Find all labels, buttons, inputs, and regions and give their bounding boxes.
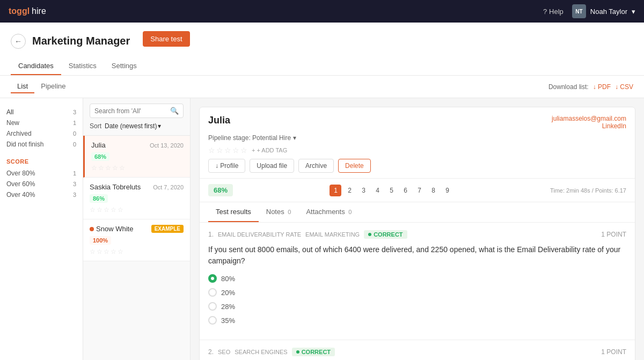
pdf-download-button[interactable]: ↓ PDF (593, 83, 611, 91)
answer-option-4[interactable]: 35% (208, 316, 626, 325)
candidate-name-row: Snow White (90, 225, 133, 233)
tab-attachments[interactable]: Attachments 0 (298, 202, 359, 222)
search-input[interactable] (94, 107, 167, 115)
detail-actions: ↓ Profile Upload file Archive Delete (208, 159, 626, 173)
profile-button[interactable]: ↓ Profile (208, 159, 245, 173)
question-1-meta: 1. EMAIL DELIVERABILITY RATE EMAIL MARKE… (208, 230, 626, 239)
contact-info: juliamasselos@gmail.com LinkedIn (552, 115, 626, 130)
filter-archived[interactable]: Archived 0 (6, 128, 76, 139)
top-navigation: toggl hire ? Help NT Noah Taylor ▾ (0, 0, 644, 23)
download-label: Download list: (548, 83, 589, 91)
page-num-1[interactable]: 1 (330, 185, 341, 196)
nav-candidates[interactable]: Candidates (11, 57, 61, 75)
page-num-5[interactable]: 5 (385, 185, 397, 196)
candidate-score: 68% (91, 152, 109, 161)
page-num-8[interactable]: 8 (427, 185, 439, 196)
share-test-button[interactable]: Share test (143, 31, 189, 47)
filter-over-60-label: Over 60% (6, 180, 35, 188)
filter-all-label: All (6, 108, 13, 116)
page-num-9[interactable]: 9 (441, 185, 453, 196)
radio-unselected (208, 302, 217, 311)
tab-notes[interactable]: Notes 0 (259, 202, 299, 222)
star-1[interactable]: ☆ (208, 146, 215, 155)
user-menu[interactable]: NT Noah Taylor ▾ (572, 4, 635, 18)
score-row: 68% 1 2 3 4 5 6 7 8 9 Time: 2min 48s / P… (200, 179, 635, 202)
help-button[interactable]: ? Help (543, 8, 564, 16)
nav-statistics[interactable]: Statistics (61, 57, 104, 75)
filter-new[interactable]: New 1 (6, 117, 76, 128)
star-3: ☆ (104, 206, 109, 214)
star-3[interactable]: ☆ (224, 146, 231, 155)
filter-over-40[interactable]: Over 40% 3 (6, 189, 76, 200)
nav-settings[interactable]: Settings (104, 57, 144, 75)
archive-button[interactable]: Archive (298, 159, 334, 173)
plus-icon: + (252, 147, 255, 153)
chevron-down-icon: ▾ (632, 8, 635, 16)
star-2: ☆ (98, 164, 104, 172)
candidate-item-snow-white[interactable]: Snow White EXAMPLE 100% ☆ ☆ ☆ ☆ ☆ (83, 219, 190, 261)
tab-pipeline[interactable]: Pipeline (34, 80, 72, 93)
page-num-4[interactable]: 4 (371, 185, 383, 196)
candidate-item-saskia[interactable]: Saskia Tobreluts Oct 7, 2020 86% ☆ ☆ ☆ ☆… (83, 178, 190, 219)
delete-button[interactable]: Delete (338, 159, 371, 173)
tab-list[interactable]: List (11, 80, 34, 93)
score-badge: 68% (208, 184, 233, 196)
star-5: ☆ (119, 164, 125, 172)
question-1: 1. EMAIL DELIVERABILITY RATE EMAIL MARKE… (200, 223, 635, 332)
subheader: List Pipeline Download list: ↓ PDF ↓ CSV (0, 76, 644, 98)
candidate-stars: ☆ ☆ ☆ ☆ ☆ (90, 206, 184, 214)
page-num-6[interactable]: 6 (399, 185, 411, 196)
add-tag-button[interactable]: + + ADD TAG (252, 147, 287, 153)
search-box[interactable]: 🔍 (90, 104, 184, 118)
candidate-name: Julia (91, 141, 106, 149)
page-num-7[interactable]: 7 (413, 185, 425, 196)
tags-row: ☆ ☆ ☆ ☆ ☆ + + ADD TAG (208, 146, 626, 155)
filter-over-60[interactable]: Over 60% 3 (6, 179, 76, 189)
search-icon: 🔍 (170, 107, 179, 115)
back-button[interactable]: ← (11, 34, 26, 49)
page-num-2[interactable]: 2 (343, 185, 355, 196)
star-2: ☆ (97, 248, 103, 255)
rating-stars: ☆ ☆ ☆ ☆ ☆ (208, 146, 247, 155)
candidate-name: Saskia Tobreluts (90, 183, 141, 191)
candidate-date: Oct 13, 2020 (150, 142, 184, 149)
time-points: Time: 2min 48s / Points: 6.17 (550, 187, 626, 194)
candidate-list: 🔍 Sort Date (newest first) ▾ Julia Oct 1… (83, 98, 191, 360)
pipeline-stage-selector[interactable]: Pipeline stage: Potential Hire ▾ (208, 134, 296, 142)
answer-option-3[interactable]: 28% (208, 302, 626, 311)
detail-panel: Julia juliamasselos@gmail.com LinkedIn P… (191, 98, 644, 360)
topnav-right: ? Help NT Noah Taylor ▾ (543, 4, 635, 18)
filter-over-80[interactable]: Over 80% 1 (6, 168, 76, 179)
answer-option-1[interactable]: 80% (208, 274, 626, 283)
star-2[interactable]: ☆ (216, 146, 223, 155)
sort-dropdown[interactable]: Date (newest first) ▾ (105, 122, 161, 130)
logo: toggl hire (9, 6, 46, 16)
star-1: ☆ (90, 206, 96, 214)
filter-did-not-finish[interactable]: Did not finish 0 (6, 139, 76, 150)
question-2-topic: SEO (218, 349, 230, 355)
answer-label-4: 35% (221, 317, 235, 325)
answer-label-1: 80% (221, 275, 235, 283)
linkedin-link[interactable]: LinkedIn (552, 122, 626, 130)
star-5: ☆ (118, 206, 123, 214)
star-5[interactable]: ☆ (240, 146, 247, 155)
answer-option-2[interactable]: 20% (208, 288, 626, 297)
user-name: Noah Taylor (590, 8, 627, 16)
filter-over-40-label: Over 40% (6, 191, 35, 199)
tab-test-results[interactable]: Test results (208, 202, 259, 222)
candidate-list-header: 🔍 Sort Date (newest first) ▾ (83, 98, 190, 136)
upload-file-button[interactable]: Upload file (250, 159, 294, 173)
filter-all[interactable]: All 3 (6, 107, 76, 117)
status-dot (90, 227, 94, 231)
page-num-3[interactable]: 3 (357, 185, 369, 196)
csv-download-button[interactable]: ↓ CSV (615, 83, 633, 91)
candidate-item-julia[interactable]: Julia Oct 13, 2020 68% ☆ ☆ ☆ ☆ ☆ (83, 136, 190, 178)
main-layout: All 3 New 1 Archived 0 Did not finish 0 … (0, 98, 644, 360)
star-4[interactable]: ☆ (232, 146, 239, 155)
answer-label-2: 20% (221, 289, 235, 297)
radio-selected (208, 274, 217, 283)
candidate-score: 86% (90, 194, 108, 203)
left-sidebar: All 3 New 1 Archived 0 Did not finish 0 … (0, 98, 83, 360)
filter-over-40-count: 3 (73, 192, 76, 198)
candidate-email[interactable]: juliamasselos@gmail.com (552, 115, 626, 122)
